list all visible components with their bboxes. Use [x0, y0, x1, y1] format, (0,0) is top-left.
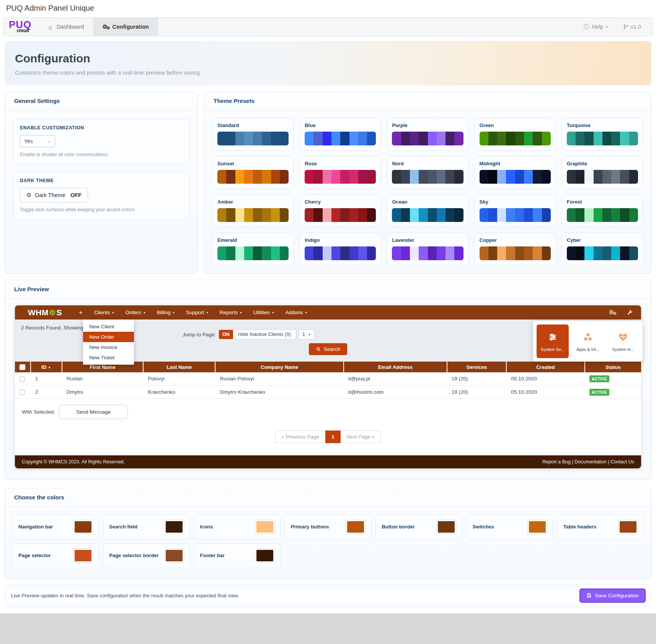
row-checkbox[interactable]: [20, 377, 25, 382]
whmcs-menu-support[interactable]: Support▾: [186, 310, 208, 315]
color-card-button-border: Button border: [375, 514, 462, 540]
color-chip-table-headers[interactable]: [618, 520, 638, 534]
whmcs-menu-clients[interactable]: Clients▾: [94, 310, 114, 315]
color-chip-page-selector[interactable]: [73, 549, 93, 562]
footer-link-report-a-bug[interactable]: Report a Bug: [542, 459, 571, 465]
preset-swatch: [488, 132, 497, 145]
previous-page-button[interactable]: « Previous Page: [275, 430, 325, 443]
preset-card-ocean[interactable]: Ocean: [387, 194, 468, 227]
column-header-last-name[interactable]: Last Name: [143, 362, 215, 372]
popover-tile-apps-int[interactable]: Apps & Int...: [572, 324, 604, 358]
preset-swatch: [480, 208, 488, 222]
footer-link-contact-us[interactable]: Contact Us: [610, 459, 634, 465]
color-chip-button-border[interactable]: [437, 520, 456, 534]
nav-tab-dashboard[interactable]: Dashboard: [38, 18, 93, 36]
column-header-company-name[interactable]: Company Name: [215, 362, 343, 372]
preset-card-nord[interactable]: Nord: [387, 156, 468, 189]
preset-swatch-bar: [392, 208, 463, 222]
whmcs-menu-utilities[interactable]: Utilities▾: [253, 310, 274, 315]
preset-swatch: [629, 132, 638, 145]
current-page-button[interactable]: 1: [325, 430, 341, 443]
whmcs-menu-orders[interactable]: Orders▾: [126, 310, 145, 315]
color-chip-navigation-bar[interactable]: [73, 520, 93, 534]
preset-card-copper[interactable]: Copper: [474, 233, 556, 266]
color-chip-primary-buttons[interactable]: [346, 520, 365, 534]
menu-label: Utilities: [253, 310, 270, 315]
preset-swatch: [576, 132, 584, 145]
wrench-icon[interactable]: [627, 310, 633, 315]
dropdown-item-new-order[interactable]: New Order: [83, 332, 134, 342]
search-button[interactable]: Search: [309, 343, 347, 355]
preset-card-emerald[interactable]: Emerald: [212, 233, 294, 266]
preset-swatch: [419, 170, 428, 184]
preset-card-graphite[interactable]: Graphite: [561, 156, 643, 189]
info-icon: ⓘ: [584, 23, 589, 31]
column-header-created[interactable]: Created: [506, 362, 585, 372]
preset-swatch-bar: [480, 132, 551, 145]
preset-card-blue[interactable]: Blue: [299, 118, 381, 151]
preset-swatch: [392, 132, 401, 145]
color-chip-icons[interactable]: [255, 520, 274, 534]
preset-swatch: [533, 246, 542, 260]
preset-card-cyber[interactable]: Cyber: [561, 233, 643, 266]
preset-card-sky[interactable]: Sky: [474, 194, 556, 227]
preset-swatch: [620, 132, 629, 145]
column-header-status[interactable]: Status: [585, 362, 641, 372]
sort-asc-icon: ▲: [48, 365, 51, 369]
preset-card-cherry[interactable]: Cherry: [299, 194, 381, 227]
preset-card-amber[interactable]: Amber: [212, 194, 294, 227]
preset-card-standard[interactable]: Standard: [212, 118, 294, 151]
preset-card-midnight[interactable]: Midnight: [474, 156, 556, 189]
color-chip-switches[interactable]: [528, 520, 547, 534]
whmcs-logo[interactable]: WHM ⚙ S: [28, 308, 62, 317]
dropdown-item-new-client[interactable]: New Client: [83, 321, 134, 332]
preset-swatch: [602, 170, 611, 184]
whmcs-menu-add[interactable]: +: [79, 309, 83, 316]
save-configuration-button[interactable]: Save Configuration: [579, 589, 646, 603]
puq-logo[interactable]: PUQ cloud: [3, 18, 38, 36]
pagination: « Previous Page 1 Next Page »: [15, 421, 641, 455]
dropdown-item-new-ticket[interactable]: New Ticket: [83, 352, 134, 363]
preset-card-purple[interactable]: Purple: [387, 118, 468, 151]
color-chip-search-field[interactable]: [165, 520, 184, 534]
preset-card-indigo[interactable]: Indigo: [299, 233, 381, 266]
menu-label: Support: [186, 310, 204, 315]
hide-inactive-clients-button[interactable]: Hide Inactive Clients (0): [233, 329, 296, 339]
next-page-button[interactable]: Next Page »: [341, 430, 381, 443]
preset-card-lavender[interactable]: Lavender: [387, 233, 468, 266]
color-chip-page-selector-border[interactable]: [165, 549, 184, 562]
preset-card-forest[interactable]: Forest: [561, 194, 643, 227]
popover-tile-system-se[interactable]: System Se...: [537, 324, 569, 358]
enable-customization-select[interactable]: Yes ⌄: [20, 135, 55, 147]
whmcs-menu-billing[interactable]: Billing▾: [157, 310, 175, 315]
dropdown-item-new-invoice[interactable]: New Invoice: [83, 342, 134, 352]
popover-tile-system-h[interactable]: System H...: [607, 324, 639, 358]
field-help: Enable or disable all color customizatio…: [20, 152, 183, 157]
nav-tab-configuration[interactable]: ⚙⚙ Configuration: [93, 18, 158, 36]
preset-card-green[interactable]: Green: [474, 118, 556, 151]
help-menu[interactable]: ⓘ Help ▾: [584, 23, 608, 31]
column-header-id[interactable]: ID▲: [31, 362, 62, 372]
preset-swatch: [401, 208, 410, 222]
preset-swatch: [437, 246, 445, 260]
chevron-down-icon: ▾: [206, 311, 208, 315]
clients-table: ID▲First NameLast NameCompany NameEmail …: [15, 362, 641, 399]
preset-swatch-bar: [567, 246, 638, 260]
color-chip-footer-bar[interactable]: [255, 549, 274, 562]
page-number-select[interactable]: 1 ▾: [299, 329, 314, 339]
row-checkbox[interactable]: [20, 390, 25, 395]
whmcs-menu-reports[interactable]: Reports▾: [220, 310, 242, 315]
select-all-checkbox[interactable]: [20, 364, 25, 370]
preset-card-turquoise[interactable]: Turquoise: [561, 118, 643, 151]
preset-card-rose[interactable]: Rose: [299, 156, 381, 189]
preset-swatch: [313, 132, 322, 145]
column-header-email-address[interactable]: Email Address: [344, 362, 447, 372]
dark-theme-toggle[interactable]: ⚙ Dark Theme OFF: [20, 188, 88, 202]
column-header-services[interactable]: Services: [447, 362, 506, 372]
preset-card-sunset[interactable]: Sunset: [212, 156, 294, 189]
send-message-button[interactable]: Send Message: [59, 405, 128, 419]
toggle-on-badge[interactable]: ON: [219, 330, 233, 339]
footer-link-documentation[interactable]: Documentation: [574, 459, 607, 465]
system-settings-gears-icon[interactable]: ⚙⚙: [609, 309, 615, 316]
whmcs-menu-addons[interactable]: Addons▾: [286, 310, 307, 315]
